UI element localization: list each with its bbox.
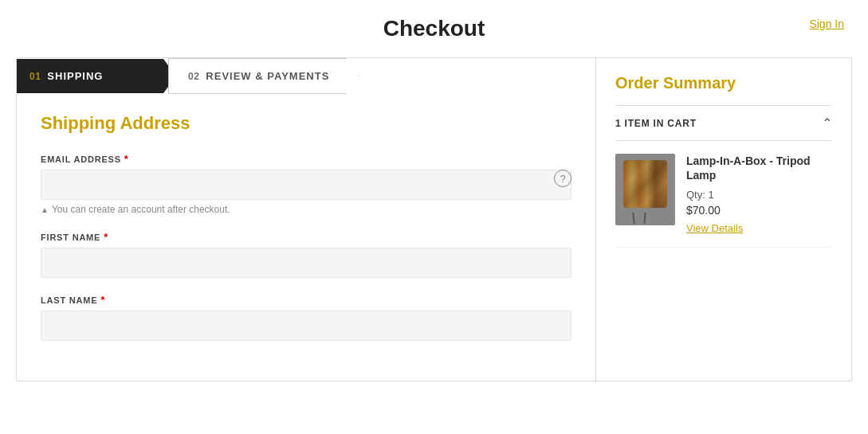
- first-name-input[interactable]: [41, 248, 571, 278]
- first-name-label: FIRST NAME *: [41, 231, 571, 243]
- help-icon[interactable]: ?: [554, 170, 571, 187]
- step-review[interactable]: 02 REVIEW & PAYMENTS: [168, 58, 359, 94]
- step-1-number: 01: [29, 71, 41, 82]
- step-1-label: SHIPPING: [47, 70, 103, 82]
- page-header: Checkout Sign In: [0, 0, 868, 49]
- item-image: [615, 154, 675, 225]
- lamp-body: [623, 160, 667, 208]
- view-details-link[interactable]: View Details: [686, 222, 743, 234]
- last-name-field-group: LAST NAME *: [41, 294, 571, 341]
- main-container: 01 SHIPPING 02 REVIEW & PAYMENTS Shippin…: [16, 57, 852, 381]
- lamp-leg-left: [632, 213, 634, 224]
- cart-header: 1 ITEM IN CART ⌃: [615, 105, 832, 141]
- steps-bar: 01 SHIPPING 02 REVIEW & PAYMENTS: [17, 58, 595, 94]
- email-field-group: EMAIL ADDRESS * ? ▲ You can create an ac…: [41, 153, 571, 215]
- email-required: *: [124, 153, 129, 165]
- first-name-required: *: [104, 231, 108, 243]
- form-area: Shipping Address EMAIL ADDRESS * ? ▲ You…: [17, 113, 595, 341]
- lamp-leg-right: [643, 213, 646, 224]
- section-title: Shipping Address: [41, 113, 571, 134]
- cart-item: Lamp-In-A-Box - Tripod Lamp Qty: 1 $70.0…: [615, 154, 832, 248]
- email-input[interactable]: [41, 170, 571, 200]
- lamp-legs: [633, 213, 646, 224]
- email-label: EMAIL ADDRESS *: [41, 153, 571, 165]
- last-name-required: *: [100, 294, 105, 306]
- last-name-label: LAST NAME *: [41, 294, 571, 306]
- step-2-number: 02: [188, 71, 199, 82]
- last-name-input[interactable]: [41, 311, 571, 341]
- left-panel: 01 SHIPPING 02 REVIEW & PAYMENTS Shippin…: [17, 58, 596, 381]
- sign-in-link[interactable]: Sign In: [809, 18, 844, 30]
- item-qty: Qty: 1: [686, 189, 832, 201]
- order-summary-title: Order Summary: [615, 74, 832, 92]
- step-2-label: REVIEW & PAYMENTS: [206, 70, 329, 82]
- right-panel: Order Summary 1 ITEM IN CART ⌃ Lamp-In-A…: [596, 58, 851, 381]
- item-details: Lamp-In-A-Box - Tripod Lamp Qty: 1 $70.0…: [686, 154, 832, 234]
- account-hint: ▲ You can create an account after checko…: [41, 204, 571, 215]
- first-name-field-group: FIRST NAME *: [41, 231, 571, 278]
- item-name: Lamp-In-A-Box - Tripod Lamp: [686, 154, 832, 182]
- item-price: $70.00: [686, 204, 832, 217]
- hint-arrow-icon: ▲: [41, 205, 49, 214]
- cart-toggle-icon[interactable]: ⌃: [822, 115, 832, 131]
- step-shipping[interactable]: 01 SHIPPING: [17, 59, 176, 93]
- cart-count: 1 ITEM IN CART: [615, 118, 697, 129]
- page-title: Checkout: [0, 16, 868, 41]
- lamp-strip: [623, 160, 667, 208]
